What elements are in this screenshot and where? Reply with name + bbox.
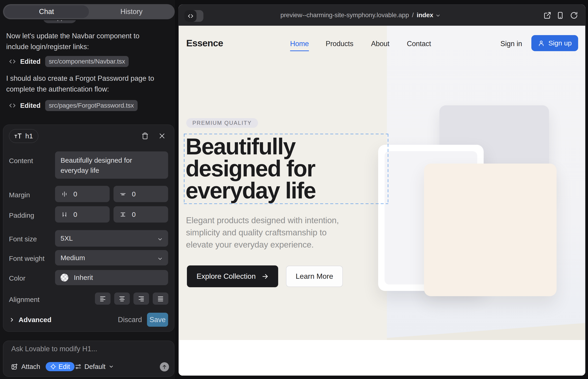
edit-mode-pill[interactable]: Edit: [46, 362, 75, 371]
margin-horizontal-icon: [61, 191, 68, 198]
chevron-down-icon: [157, 236, 163, 242]
url-page: index: [417, 12, 433, 19]
attach-label: Attach: [21, 363, 40, 371]
nav-link-contact[interactable]: Contact: [407, 40, 431, 48]
chevron-down-icon: [157, 256, 163, 262]
margin-vertical-icon: [120, 191, 126, 198]
padding-x-value: 0: [73, 211, 77, 218]
code-icon: [9, 102, 15, 109]
padding-horizontal-icon: [61, 211, 68, 218]
decor-beige-card: [424, 164, 557, 296]
content-label: Content: [9, 157, 33, 165]
alignment-label: Alignment: [9, 296, 39, 303]
padding-x-input[interactable]: 0: [55, 206, 110, 222]
align-justify-button[interactable]: [153, 293, 168, 305]
advanced-label: Advanced: [19, 316, 51, 324]
mobile-view-button[interactable]: [556, 12, 564, 19]
badge-dot: [61, 20, 62, 21]
chat-composer: Ask Lovable to modify H1... Attach Edit …: [3, 341, 174, 377]
preview-url[interactable]: preview--charming-site-symphony.lovable.…: [178, 5, 564, 26]
content-input[interactable]: Beautifully designed for everyday life: [55, 151, 168, 179]
learn-more-button[interactable]: Learn More: [286, 266, 343, 287]
padding-vertical-icon: [120, 211, 126, 218]
tab-history[interactable]: History: [89, 5, 174, 18]
font-weight-label: Font weight: [9, 255, 45, 262]
align-center-button[interactable]: [114, 293, 130, 305]
sliders-icon: [75, 363, 81, 370]
font-weight-select[interactable]: Medium: [55, 250, 168, 266]
chat-input[interactable]: Ask Lovable to modify H1...: [11, 345, 167, 353]
user-icon: [538, 40, 545, 47]
chat-messages: Now let's update the Navbar component to…: [0, 20, 175, 125]
advanced-toggle[interactable]: Advanced: [9, 314, 51, 326]
image-icon: [11, 363, 18, 370]
edit-label: Edit: [59, 363, 70, 371]
save-button[interactable]: Save: [147, 313, 168, 327]
margin-label: Margin: [9, 191, 30, 199]
element-tag-name: h1: [25, 132, 33, 140]
explore-collection-label: Explore Collection: [197, 272, 256, 281]
align-left-button[interactable]: [95, 293, 110, 305]
align-right-button[interactable]: [134, 293, 149, 305]
nav-link-about[interactable]: About: [371, 40, 389, 48]
sign-up-label: Sign up: [548, 39, 572, 47]
edited-label: Edited: [20, 58, 41, 65]
refresh-button[interactable]: [570, 12, 578, 19]
padding-y-input[interactable]: 0: [113, 206, 168, 222]
color-swatch-icon: [61, 274, 68, 282]
send-button[interactable]: [160, 362, 169, 371]
padding-label: Padding: [9, 211, 34, 219]
font-size-value: 5XL: [61, 235, 73, 242]
chat-history-tabs: Chat History: [3, 4, 175, 19]
url-domain: preview--charming-site-symphony.lovable.…: [280, 12, 409, 19]
content-value: Beautifully designed for everyday life: [61, 155, 159, 175]
mode-select[interactable]: Default: [75, 362, 114, 371]
file-path-badge[interactable]: src/components/Navbar.tsx: [45, 56, 129, 67]
sign-up-button[interactable]: Sign up: [531, 35, 578, 51]
edited-label: Edited: [20, 102, 41, 110]
tab-chat[interactable]: Chat: [4, 5, 89, 18]
premium-quality-badge: PREMIUM QUALITY: [186, 118, 258, 128]
explore-collection-button[interactable]: Explore Collection: [187, 266, 278, 287]
edited-file-row: Edited src/components/Navbar.tsx: [9, 56, 129, 67]
sign-in-link[interactable]: Sign in: [500, 40, 522, 48]
margin-x-value: 0: [73, 190, 77, 198]
padding-y-value: 0: [132, 211, 136, 218]
attach-button[interactable]: Attach: [11, 362, 40, 371]
scrolled-badge: [43, 20, 76, 23]
font-weight-value: Medium: [61, 254, 85, 262]
color-label: Color: [9, 274, 25, 282]
type-icon: [14, 133, 22, 139]
target-icon: [50, 364, 56, 370]
arrow-right-icon: [262, 273, 269, 280]
element-editor-panel: h1 Content Beautifully designed for ever…: [3, 125, 174, 332]
chevron-right-icon: [9, 317, 15, 323]
site-page: Essence Home Products About Contact Sign…: [179, 26, 585, 376]
nav-link-products[interactable]: Products: [326, 40, 353, 48]
hero-headline[interactable]: Beautifully designed for everyday life: [186, 135, 332, 201]
element-tag-pill[interactable]: h1: [9, 129, 38, 143]
close-editor-button[interactable]: [157, 131, 167, 141]
badge-dot: [57, 20, 58, 21]
open-in-new-tab-button[interactable]: [543, 12, 551, 19]
color-input[interactable]: Inherit: [55, 270, 168, 285]
chevron-down-icon: [108, 364, 114, 369]
font-size-label: Font size: [9, 235, 37, 243]
delete-element-button[interactable]: [140, 131, 150, 141]
margin-x-input[interactable]: 0: [55, 186, 110, 202]
site-logo[interactable]: Essence: [186, 38, 223, 49]
preview-window: preview--charming-site-symphony.lovable.…: [178, 4, 586, 376]
font-size-select[interactable]: 5XL: [55, 230, 168, 247]
color-value: Inherit: [74, 274, 93, 282]
section-below-hero: [179, 340, 585, 376]
code-icon: [9, 58, 15, 65]
edited-file-row: Edited src/pages/ForgotPassword.tsx: [9, 100, 138, 111]
chevron-down-icon: [435, 13, 441, 18]
file-path-badge[interactable]: src/pages/ForgotPassword.tsx: [45, 100, 138, 111]
discard-button[interactable]: Discard: [115, 314, 145, 326]
nav-link-home[interactable]: Home: [290, 40, 309, 48]
margin-y-input[interactable]: 0: [113, 186, 168, 202]
assistant-message: I should also create a Forgot Password p…: [6, 73, 157, 95]
mode-label: Default: [84, 363, 106, 371]
url-separator: /: [411, 12, 415, 19]
